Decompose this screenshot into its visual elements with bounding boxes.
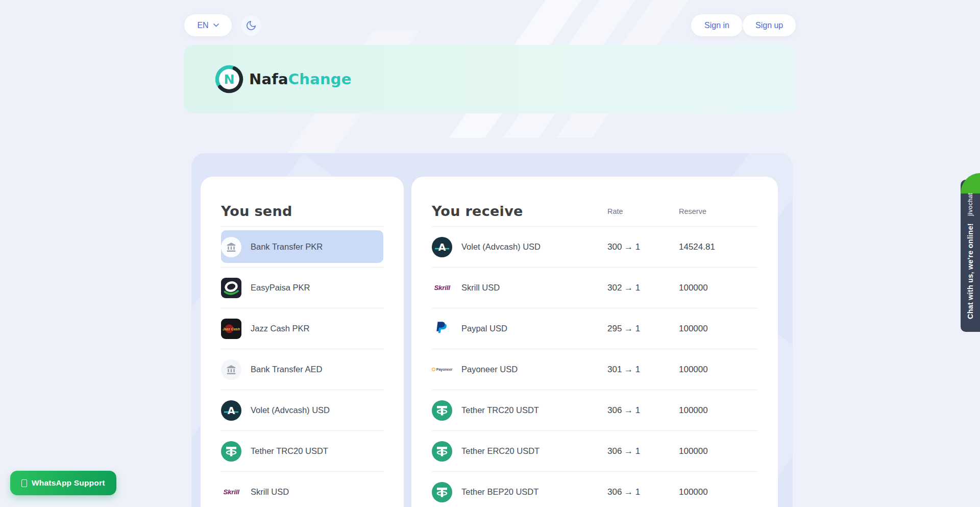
send-option-skrill-usd[interactable]: Skrill Skrill USD xyxy=(221,472,383,507)
receive-option-label: Paypal USD xyxy=(461,324,507,333)
reserve-value: 100000 xyxy=(679,365,757,375)
volet-icon: A xyxy=(221,400,241,421)
logo-letter: N xyxy=(224,71,234,87)
logo-band: N NafaChange xyxy=(184,45,796,113)
send-option-label: Tether TRC20 USDT xyxy=(251,446,328,456)
send-option-bank-transfer-aed[interactable]: Bank Transfer AED xyxy=(221,349,383,390)
volet-letter: A xyxy=(438,242,446,253)
rate-value: 301 → 1 xyxy=(607,365,679,375)
language-label: EN xyxy=(197,21,208,30)
receive-option-label: Tether TRC20 USDT xyxy=(461,405,539,415)
receive-header: You receive Rate Reserve xyxy=(432,203,757,219)
paypal-icon xyxy=(432,319,452,339)
chevron-down-icon xyxy=(213,23,219,27)
receive-panel-title: You receive xyxy=(432,203,607,219)
reserve-column-header: Reserve xyxy=(679,207,757,215)
receive-option-payoneer-usd[interactable]: Payoneer Payoneer USD 301 → 1 100000 xyxy=(432,349,757,390)
rate-value: 306 → 1 xyxy=(607,405,679,416)
skrill-icon: Skrill xyxy=(221,482,241,502)
jazzcash-icon: Jazz Cash xyxy=(221,319,241,339)
receive-option-label: Skrill USD xyxy=(461,283,500,293)
send-option-bank-transfer-pkr[interactable]: Bank Transfer PKR xyxy=(221,227,383,268)
sign-in-button[interactable]: Sign in xyxy=(691,14,743,37)
whatsapp-support-label: WhatsApp Support xyxy=(32,478,105,488)
send-option-tether-trc20-usdt[interactable]: Tether TRC20 USDT xyxy=(221,431,383,472)
brand-name-secondary: Change xyxy=(288,70,352,88)
rate-value: 300 → 1 xyxy=(607,242,679,252)
receive-option-label: Payoneer USD xyxy=(461,365,518,374)
volet-letter: A xyxy=(228,405,235,416)
skrill-logo-text: Skrill xyxy=(223,488,239,496)
send-option-easypaisa-pkr[interactable]: EasyPaisa PKR xyxy=(221,268,383,308)
payoneer-icon: Payoneer xyxy=(432,359,452,380)
reserve-value: 14524.81 xyxy=(679,242,757,252)
send-option-label: EasyPaisa PKR xyxy=(251,283,310,293)
whatsapp-support-button[interactable]: WhatsApp Support xyxy=(10,471,116,495)
bank-icon xyxy=(221,359,241,380)
brand-name-primary: Nafa xyxy=(249,70,288,88)
send-option-label: Volet (Advcash) USD xyxy=(251,405,330,415)
live-chat-tab[interactable]: Chat with us, we're online! jivochat xyxy=(961,180,980,332)
dark-mode-toggle[interactable] xyxy=(241,15,261,36)
volet-icon: A xyxy=(432,237,452,257)
exchange-section: You send Bank Transfer PKR EasyPaisa PKR… xyxy=(191,153,793,507)
tether-icon xyxy=(432,441,452,462)
receive-option-label: Tether ERC20 USDT xyxy=(461,446,540,456)
chat-message: Chat with us, we're online! xyxy=(966,223,974,319)
tether-icon xyxy=(221,441,241,462)
bank-icon xyxy=(221,237,241,257)
send-panel-title: You send xyxy=(221,203,383,219)
receive-option-paypal-usd[interactable]: Paypal USD 295 → 1 100000 xyxy=(432,308,757,349)
receive-option-label: Volet (Advcash) USD xyxy=(461,242,541,252)
sign-up-label: Sign up xyxy=(755,21,783,30)
receive-option-tether-trc20-usdt[interactable]: Tether TRC20 USDT 306 → 1 100000 xyxy=(432,390,757,431)
reserve-value: 100000 xyxy=(679,446,757,456)
language-selector[interactable]: EN xyxy=(184,14,232,37)
jazzcash-logo-text: Jazz Cash xyxy=(223,327,240,330)
send-panel: You send Bank Transfer PKR EasyPaisa PKR… xyxy=(201,177,404,507)
reserve-value: 100000 xyxy=(679,324,757,334)
receive-option-tether-erc20-usdt[interactable]: Tether ERC20 USDT 306 → 1 100000 xyxy=(432,431,757,472)
send-option-volet-advcash-usd[interactable]: A Volet (Advcash) USD xyxy=(221,390,383,431)
sign-up-button[interactable]: Sign up xyxy=(742,14,796,37)
tether-icon xyxy=(432,400,452,421)
send-option-label: Skrill USD xyxy=(251,487,289,497)
send-option-label: Bank Transfer PKR xyxy=(251,242,323,252)
skrill-icon: Skrill xyxy=(432,278,452,298)
missing-glyph-box xyxy=(21,479,27,487)
receive-panel: You receive Rate Reserve A Volet (Advcas… xyxy=(411,177,778,507)
receive-option-volet-advcash-usd[interactable]: A Volet (Advcash) USD 300 → 1 14524.81 xyxy=(432,227,757,268)
rate-column-header: Rate xyxy=(607,207,679,215)
tether-icon xyxy=(432,482,452,502)
send-option-label: Jazz Cash PKR xyxy=(251,324,310,333)
payoneer-ring xyxy=(432,368,435,371)
payoneer-logo-text: Payoneer xyxy=(436,368,453,371)
moon-icon xyxy=(246,20,257,31)
easypaisa-icon xyxy=(221,278,241,298)
rate-value: 306 → 1 xyxy=(607,487,679,497)
send-option-label: Bank Transfer AED xyxy=(251,365,322,374)
send-option-jazz-cash-pkr[interactable]: Jazz Cash Jazz Cash PKR xyxy=(221,308,383,349)
skrill-logo-text: Skrill xyxy=(434,284,450,292)
sign-in-label: Sign in xyxy=(704,21,729,30)
receive-option-tether-bep20-usdt[interactable]: Tether BEP20 USDT 306 → 1 100000 xyxy=(432,472,757,507)
rate-value: 295 → 1 xyxy=(607,324,679,334)
reserve-value: 100000 xyxy=(679,405,757,416)
receive-option-label: Tether BEP20 USDT xyxy=(461,487,538,497)
reserve-value: 100000 xyxy=(679,487,757,497)
rate-value: 306 → 1 xyxy=(607,446,679,456)
brand-logo[interactable]: N NafaChange xyxy=(214,64,352,94)
brand-wordmark: NafaChange xyxy=(249,70,352,88)
receive-option-skrill-usd[interactable]: Skrill Skrill USD 302 → 1 100000 xyxy=(432,268,757,308)
rate-value: 302 → 1 xyxy=(607,283,679,293)
nafachange-logo-icon: N xyxy=(214,64,244,94)
reserve-value: 100000 xyxy=(679,283,757,293)
chat-brand: jivochat xyxy=(967,192,974,215)
